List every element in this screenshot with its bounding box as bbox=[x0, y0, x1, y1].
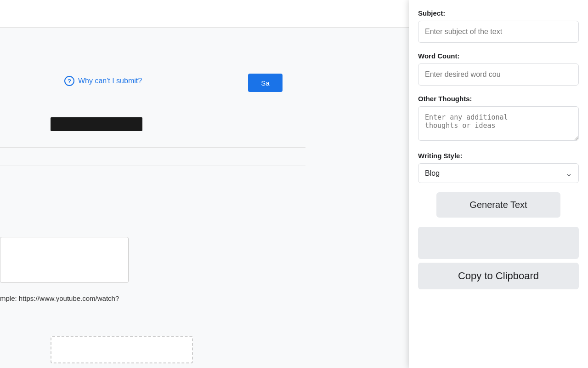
why-cant-submit-link[interactable]: ? Why can't I submit? bbox=[64, 76, 142, 86]
subject-input[interactable] bbox=[418, 21, 579, 43]
question-icon: ? bbox=[64, 76, 74, 86]
generate-text-button[interactable]: Generate Text bbox=[436, 192, 560, 218]
other-thoughts-input[interactable] bbox=[418, 106, 579, 141]
content-input-box[interactable] bbox=[0, 237, 129, 283]
redacted-content bbox=[51, 117, 142, 131]
copy-to-clipboard-button[interactable]: Copy to Clipboard bbox=[418, 263, 579, 289]
writing-style-field: Writing Style: Blog Academic Casual Form… bbox=[418, 152, 579, 183]
other-thoughts-label: Other Thoughts: bbox=[418, 95, 579, 103]
writing-style-select[interactable]: Blog Academic Casual Formal Creative bbox=[418, 163, 579, 183]
divider-1 bbox=[0, 147, 305, 148]
word-count-input[interactable] bbox=[418, 63, 579, 86]
upload-drop-zone[interactable] bbox=[51, 336, 193, 363]
subject-label: Subject: bbox=[418, 9, 579, 17]
save-button[interactable]: Sa bbox=[248, 74, 283, 92]
url-example-text: mple: https://www.youtube.com/watch? bbox=[0, 294, 119, 302]
writing-style-select-wrapper: Blog Academic Casual Formal Creative ⌄ bbox=[418, 163, 579, 183]
divider-2 bbox=[0, 166, 305, 166]
generated-text-output bbox=[418, 227, 579, 259]
writing-style-label: Writing Style: bbox=[418, 152, 579, 160]
word-count-label: Word Count: bbox=[418, 52, 579, 60]
ai-text-panel: Subject: Word Count: Other Thoughts: Wri… bbox=[409, 0, 588, 368]
subject-field: Subject: bbox=[418, 9, 579, 43]
why-cant-submit-label: Why can't I submit? bbox=[78, 77, 142, 85]
word-count-field: Word Count: bbox=[418, 52, 579, 86]
other-thoughts-field: Other Thoughts: bbox=[418, 95, 579, 143]
